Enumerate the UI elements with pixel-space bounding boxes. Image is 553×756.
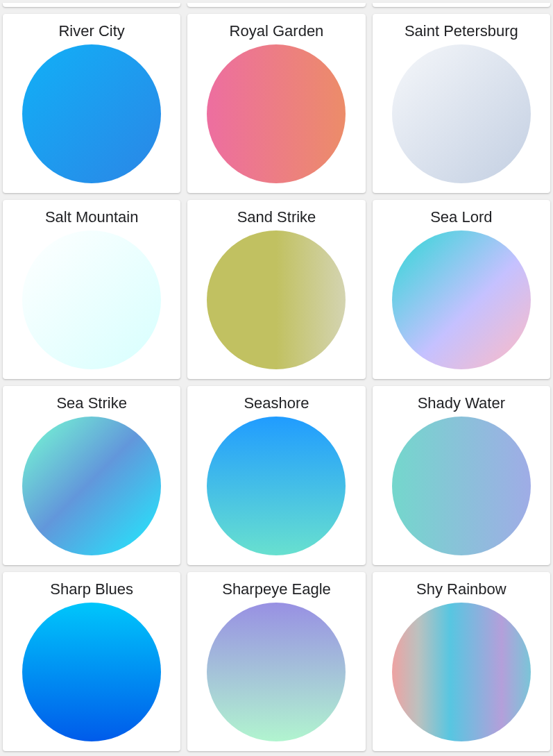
gradient-title: Saint Petersburg	[405, 22, 518, 40]
gradient-card[interactable]: Royal Garden	[187, 14, 365, 193]
gradient-swatch	[22, 230, 161, 369]
gradient-title: Shady Water	[418, 394, 505, 412]
gradient-title: Royal Garden	[230, 22, 324, 40]
gradient-swatch	[392, 417, 531, 555]
gradient-card[interactable]: Sharp Blues	[3, 572, 180, 751]
gradient-title: Sea Lord	[430, 208, 492, 226]
gradient-card[interactable]: River City	[3, 14, 180, 193]
gradient-swatch	[392, 603, 531, 741]
gradient-card[interactable]: Salt Mountain	[3, 200, 180, 379]
gradient-title: Sea Strike	[56, 394, 127, 412]
gradient-card[interactable]: Sea Lord	[373, 200, 550, 379]
gradient-grid: River CityRoyal GardenSaint PetersburgSa…	[3, 14, 550, 751]
gradient-card[interactable]: Sand Strike	[187, 200, 365, 379]
gradient-card[interactable]: Sea Strike	[3, 386, 180, 565]
gradient-swatch	[207, 44, 346, 183]
gradient-swatch	[22, 603, 161, 741]
gradient-swatch	[22, 44, 161, 183]
gradient-title: Sand Strike	[237, 208, 316, 226]
gradient-card[interactable]: Shy Rainbow	[373, 572, 550, 751]
gradient-title: Sharp Blues	[50, 580, 133, 598]
gradient-title: Sharpeye Eagle	[222, 580, 331, 598]
gradient-swatch	[207, 417, 346, 555]
gradient-swatch	[207, 230, 346, 369]
gradient-title: Salt Mountain	[45, 208, 139, 226]
previous-row-slivers	[3, 3, 550, 7]
gradient-title: Seashore	[244, 394, 309, 412]
gradient-card[interactable]: Saint Petersburg	[373, 14, 550, 193]
gradient-swatch	[392, 44, 531, 183]
gradient-card[interactable]: Sharpeye Eagle	[187, 572, 365, 751]
card-sliver	[373, 3, 550, 7]
gradient-card[interactable]: Seashore	[187, 386, 365, 565]
gradient-swatch	[207, 603, 346, 741]
gradient-swatch	[22, 417, 161, 555]
gradient-swatch	[392, 230, 531, 369]
gradient-title: River City	[58, 22, 124, 40]
card-sliver	[3, 3, 180, 7]
gradient-title: Shy Rainbow	[416, 580, 507, 598]
gradient-card[interactable]: Shady Water	[373, 386, 550, 565]
card-sliver	[187, 3, 365, 7]
